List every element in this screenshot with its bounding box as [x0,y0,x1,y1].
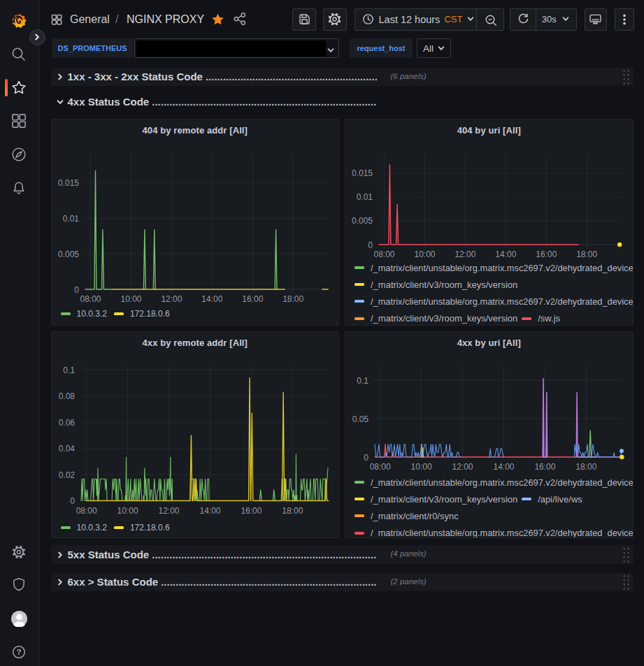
svg-text:10:00: 10:00 [411,462,432,472]
svg-text:18:00: 18:00 [576,249,597,259]
svg-text:14:00: 14:00 [199,506,220,516]
svg-text:18:00: 18:00 [575,462,596,472]
svg-text:0.06: 0.06 [58,418,75,428]
svg-text:10:00: 10:00 [120,294,141,304]
svg-text:14:00: 14:00 [201,294,222,304]
svg-text:0.1: 0.1 [63,365,75,375]
svg-text:0: 0 [74,285,79,295]
svg-text:10:00: 10:00 [414,249,435,259]
svg-text:08:00: 08:00 [370,462,391,472]
svg-text:0.005: 0.005 [352,216,373,226]
svg-text:10:00: 10:00 [117,506,138,516]
svg-text:18:00: 18:00 [282,294,303,304]
svg-text:16:00: 16:00 [242,294,263,304]
svg-text:?: ? [16,648,21,656]
svg-text:0.1: 0.1 [357,376,368,386]
svg-text:0.08: 0.08 [58,391,75,401]
svg-text:12:00: 12:00 [455,249,475,259]
svg-text:08:00: 08:00 [373,249,394,259]
svg-text:16:00: 16:00 [241,506,262,516]
svg-text:0.05: 0.05 [352,414,369,424]
svg-text:12:00: 12:00 [161,294,182,304]
svg-text:0: 0 [364,453,368,463]
svg-text:0.015: 0.015 [352,168,373,178]
svg-text:08:00: 08:00 [76,506,96,516]
svg-text:12:00: 12:00 [452,462,473,472]
svg-text:14:00: 14:00 [495,249,516,259]
svg-text:0.005: 0.005 [57,249,78,259]
svg-text:0: 0 [368,240,373,250]
svg-text:08:00: 08:00 [80,294,101,304]
svg-text:16:00: 16:00 [534,462,555,472]
svg-text:0.01: 0.01 [62,214,79,224]
svg-text:18:00: 18:00 [282,506,303,516]
svg-text:0.02: 0.02 [58,470,75,480]
svg-text:0: 0 [70,496,75,506]
svg-text:12:00: 12:00 [158,506,179,516]
svg-text:0.04: 0.04 [58,444,75,454]
svg-text:16:00: 16:00 [536,249,557,259]
svg-text:14:00: 14:00 [493,462,514,472]
svg-text:0.01: 0.01 [357,192,373,202]
svg-text:0.015: 0.015 [57,178,78,188]
